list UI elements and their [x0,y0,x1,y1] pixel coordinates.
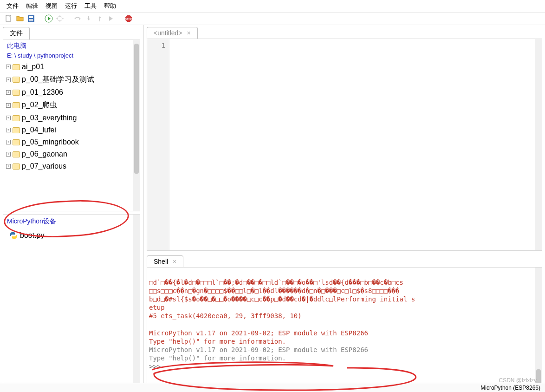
svg-marker-14 [98,16,101,18]
folder-icon [13,115,20,121]
menu-help[interactable]: 帮助 [100,1,120,11]
resume-icon[interactable] [107,14,115,23]
expand-icon[interactable]: + [6,140,11,144]
expand-icon[interactable]: + [6,78,11,82]
files-root-label[interactable]: 此电脑 [7,42,26,49]
menu-tools[interactable]: 工具 [81,1,100,11]
menu-edit[interactable]: 编辑 [22,1,42,11]
file-tree[interactable]: +ai_p01 +p_00_基础学习及测试 +p_01_12306 +p_02_… [3,61,140,190]
micropython-device-label[interactable]: MicroPython设备 [7,217,56,225]
step-into-icon[interactable] [84,14,93,23]
menu-run[interactable]: 运行 [61,1,81,11]
new-file-icon[interactable] [5,14,13,23]
folder-icon [13,64,20,70]
shell-prompt[interactable]: >>> [149,363,161,370]
expand-icon[interactable]: + [6,65,11,69]
close-tab-icon[interactable]: × [187,29,190,37]
debug-icon[interactable] [56,14,64,23]
files-tab[interactable]: 文件 [3,27,30,39]
shell-scrollbar[interactable] [535,268,542,390]
editor-body[interactable]: 1 [147,39,542,251]
svg-marker-13 [87,19,90,20]
folder-label: p_06_gaonan [22,150,67,158]
expand-icon[interactable]: + [6,90,11,95]
mp-scrollbar[interactable] [133,215,140,389]
folder-icon [13,163,20,170]
python-file-icon [10,232,17,239]
toolbar: STOP [0,13,545,25]
tree-row[interactable]: +p_07_various [3,160,140,172]
stop-icon[interactable]: STOP [124,14,133,23]
svg-point-7 [58,16,62,21]
folder-label: p_07_various [22,162,66,170]
step-out-icon[interactable] [96,14,104,23]
svg-rect-4 [29,19,33,21]
editor-tab[interactable]: <untitled> × [147,27,198,39]
shell-line: □□s□□□c��n□�gn�□□□□$��□□l□�□l��dl������d… [149,287,399,294]
tree-row[interactable]: +p_03_everything [3,112,140,124]
editor-gutter: 1 [147,39,169,250]
folder-icon [13,127,20,133]
folder-icon [13,90,20,96]
expand-icon[interactable]: + [6,164,11,169]
save-icon[interactable] [27,14,35,23]
folder-label: ai_p01 [22,63,44,71]
shell-line: MicroPython v1.17 on 2021-09-02; ESP mod… [149,329,368,337]
folder-label: p_03_everything [22,114,77,122]
gutter-line-1: 1 [147,42,165,49]
run-icon[interactable] [45,14,53,23]
svg-rect-3 [29,16,33,18]
tree-row[interactable]: +p_04_lufei [3,124,140,136]
folder-label: p_05_mingribook [22,138,79,146]
expand-icon[interactable]: + [6,128,11,132]
close-shell-icon[interactable]: × [173,258,176,265]
shell-line: MicroPython v1.17 on 2021-09-02; ESP mod… [149,346,368,353]
folder-icon [13,139,20,145]
folder-label: p_04_lufei [22,126,56,134]
shell-line: b□d□�#sl{$s�o��□�□□�o����□c□c��p□�d��cd�… [149,295,415,303]
shell-tab[interactable]: Shell × [147,255,183,267]
code-area[interactable] [169,39,542,250]
status-interpreter[interactable]: MicroPython (ESP8266) [480,385,540,391]
expand-icon[interactable]: + [6,152,11,157]
tree-row[interactable]: +ai_p01 [3,61,140,73]
folder-icon [13,151,20,157]
menu-view[interactable]: 视图 [42,1,61,11]
shell-output[interactable]: □d`□��{�l�d□�□□□l`□��;�d□��□�□□ld`□��□�o… [147,267,542,390]
folder-label: p_02_爬虫 [22,100,58,110]
folder-label: p_01_12306 [22,88,63,97]
mp-file-name: boot.py [20,231,44,240]
tree-row[interactable]: +p_01_12306 [3,86,140,98]
svg-marker-15 [109,16,113,21]
shell-line: #5 ets_task(4020eea0, 29, 3fff9038, 10) [149,312,302,320]
svg-text:STOP: STOP [125,18,132,20]
tree-row[interactable]: +p_00_基础学习及测试 [3,73,140,86]
tree-row[interactable]: +p_05_mingribook [3,136,140,148]
menu-bar: 文件 编辑 视图 运行 工具 帮助 [0,0,545,13]
status-bar: MicroPython (ESP8266) [0,383,545,392]
shell-line: Type "help()" for more information. [149,338,286,345]
folder-label: p_00_基础学习及测试 [22,75,95,85]
files-scrollbar[interactable] [133,40,140,211]
expand-icon[interactable]: + [6,116,11,120]
editor-scrollbar[interactable] [535,39,542,250]
mp-file-row[interactable]: boot.py [3,229,140,242]
tree-row[interactable]: +p_06_gaonan [3,148,140,160]
editor-tab-label: <untitled> [154,29,182,37]
shell-line: etup [149,304,165,311]
shell-line: Type "help()" for more information. [149,354,286,362]
shell-tab-label: Shell [154,258,168,265]
shell-line: □d`□��{�l�d□�□□□l`□��;�d□��□�□□ld`□��□�o… [149,279,403,286]
expand-icon[interactable]: + [6,103,11,108]
files-path[interactable]: E: \ study \ pythonproject [3,52,140,61]
folder-icon [13,77,20,83]
tree-row[interactable]: +p_02_爬虫 [3,98,140,112]
folder-icon [13,102,20,108]
step-over-icon[interactable] [73,14,82,23]
menu-file[interactable]: 文件 [3,1,22,11]
open-file-icon[interactable] [16,14,24,23]
